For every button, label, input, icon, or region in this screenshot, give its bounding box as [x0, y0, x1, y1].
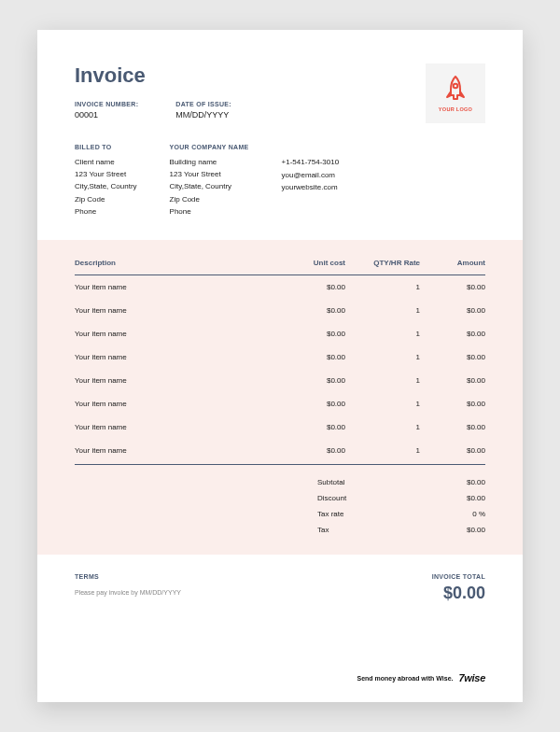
item-amount: $0.00 — [420, 306, 485, 315]
invoice-number-label: INVOICE NUMBER: — [75, 101, 138, 107]
date-block: DATE OF ISSUE: MM/DD/YYYY — [175, 101, 231, 120]
contact-block: +1-541-754-3010 you@email.com yourwebsit… — [282, 144, 340, 218]
items-body: Your item name$0.001$0.00Your item name$… — [75, 275, 485, 462]
contact-email: you@email.com — [282, 169, 340, 182]
item-row: Your item name$0.001$0.00 — [75, 345, 485, 369]
totals-block: Subtotal $0.00 Discount $0.00 Tax rate 0… — [75, 474, 485, 538]
item-amount: $0.00 — [420, 376, 485, 385]
billed-to-line: Phone — [75, 205, 137, 218]
company-line: Building name — [170, 156, 249, 168]
discount-value: $0.00 — [420, 494, 485, 502]
terms-label: TERMS — [75, 573, 181, 580]
logo-text: YOUR LOGO — [439, 106, 472, 112]
item-unit-cost: $0.00 — [280, 353, 345, 361]
item-unit-cost: $0.00 — [280, 330, 345, 338]
item-description: Your item name — [75, 283, 280, 291]
item-amount: $0.00 — [420, 330, 485, 338]
invoice-number-block: INVOICE NUMBER: 00001 — [75, 101, 138, 120]
tax-rate-value: 0 % — [420, 510, 485, 518]
billed-to-label: BILLED TO — [75, 144, 137, 150]
billed-to-line: 123 Your Street — [75, 168, 137, 180]
company-line: City,State, Country — [170, 180, 249, 192]
tax-value: $0.00 — [420, 526, 485, 534]
items-header: Description Unit cost QTY/HR Rate Amount — [75, 259, 485, 275]
billed-to-line: Client name — [75, 156, 137, 168]
company-line: 123 Your Street — [170, 168, 249, 180]
item-row: Your item name$0.001$0.00 — [75, 299, 485, 322]
subtotal-row: Subtotal $0.00 — [75, 474, 485, 490]
subtotal-label: Subtotal — [75, 478, 420, 486]
subtotal-value: $0.00 — [420, 478, 485, 486]
item-unit-cost: $0.00 — [280, 283, 345, 291]
brand-tagline: Send money abroad with Wise. — [357, 675, 454, 682]
brand-row: Send money abroad with Wise. 7wise — [357, 672, 485, 683]
item-row: Your item name$0.001$0.00 — [75, 415, 485, 439]
billed-to-block: BILLED TO Client name 123 Your Street Ci… — [75, 144, 137, 218]
company-line: Phone — [170, 205, 249, 218]
item-row: Your item name$0.001$0.00 — [75, 392, 485, 415]
footer-row: TERMS Please pay invoice by MM/DD/YYYY I… — [75, 573, 485, 603]
invoice-total-amount: $0.00 — [432, 584, 485, 603]
tax-rate-label: Tax rate — [75, 510, 420, 518]
invoice-total-block: INVOICE TOTAL $0.00 — [432, 573, 485, 603]
item-amount: $0.00 — [420, 423, 485, 431]
item-description: Your item name — [75, 306, 280, 315]
svg-point-0 — [454, 84, 458, 89]
brand-name: 7wise — [459, 672, 485, 683]
item-unit-cost: $0.00 — [280, 446, 345, 455]
item-unit-cost: $0.00 — [280, 400, 345, 408]
header-row: Invoice INVOICE NUMBER: 00001 DATE OF IS… — [75, 63, 485, 123]
item-row: Your item name$0.001$0.00 — [75, 369, 485, 392]
item-amount: $0.00 — [420, 353, 485, 361]
header-unit-cost: Unit cost — [280, 259, 345, 267]
billed-to-line: City,State, Country — [75, 180, 137, 192]
addresses-row: BILLED TO Client name 123 Your Street Ci… — [75, 144, 485, 218]
rocket-icon — [442, 75, 469, 103]
header-description: Description — [75, 259, 280, 267]
item-description: Your item name — [75, 400, 280, 408]
item-amount: $0.00 — [420, 446, 485, 455]
item-unit-cost: $0.00 — [280, 306, 345, 315]
contact-spacer — [282, 144, 340, 150]
item-description: Your item name — [75, 376, 280, 385]
contact-phone: +1-541-754-3010 — [282, 156, 340, 169]
item-row: Your item name$0.001$0.00 — [75, 439, 485, 462]
company-line: Zip Code — [170, 193, 249, 205]
tax-rate-row: Tax rate 0 % — [75, 506, 485, 522]
contact-website: yourwebsite.com — [282, 181, 340, 194]
date-of-issue-label: DATE OF ISSUE: — [175, 101, 231, 107]
invoice-number-value: 00001 — [75, 110, 138, 120]
tax-label: Tax — [75, 526, 420, 534]
billed-to-line: Zip Code — [75, 193, 137, 205]
item-unit-cost: $0.00 — [280, 376, 345, 385]
item-description: Your item name — [75, 423, 280, 431]
item-qty: 1 — [345, 283, 420, 291]
item-amount: $0.00 — [420, 400, 485, 408]
item-description: Your item name — [75, 446, 280, 455]
discount-row: Discount $0.00 — [75, 490, 485, 506]
meta-row: INVOICE NUMBER: 00001 DATE OF ISSUE: MM/… — [75, 101, 231, 120]
header-amount: Amount — [420, 259, 485, 267]
discount-label: Discount — [75, 494, 420, 502]
item-qty: 1 — [345, 423, 420, 431]
company-label: YOUR COMPANY NAME — [170, 144, 249, 150]
item-qty: 1 — [345, 400, 420, 408]
items-bottom-rule — [75, 464, 485, 465]
item-qty: 1 — [345, 330, 420, 338]
item-qty: 1 — [345, 353, 420, 361]
item-qty: 1 — [345, 446, 420, 455]
terms-block: TERMS Please pay invoice by MM/DD/YYYY — [75, 573, 181, 596]
invoice-page: Invoice INVOICE NUMBER: 00001 DATE OF IS… — [37, 30, 523, 702]
item-row: Your item name$0.001$0.00 — [75, 322, 485, 345]
item-qty: 1 — [345, 376, 420, 385]
item-amount: $0.00 — [420, 283, 485, 291]
invoice-total-label: INVOICE TOTAL — [432, 573, 485, 580]
items-section: Description Unit cost QTY/HR Rate Amount… — [37, 240, 523, 555]
item-description: Your item name — [75, 353, 280, 361]
item-unit-cost: $0.00 — [280, 423, 345, 431]
tax-row: Tax $0.00 — [75, 522, 485, 538]
item-qty: 1 — [345, 306, 420, 315]
date-of-issue-value: MM/DD/YYYY — [175, 110, 231, 120]
item-description: Your item name — [75, 330, 280, 338]
terms-note: Please pay invoice by MM/DD/YYYY — [75, 589, 181, 596]
